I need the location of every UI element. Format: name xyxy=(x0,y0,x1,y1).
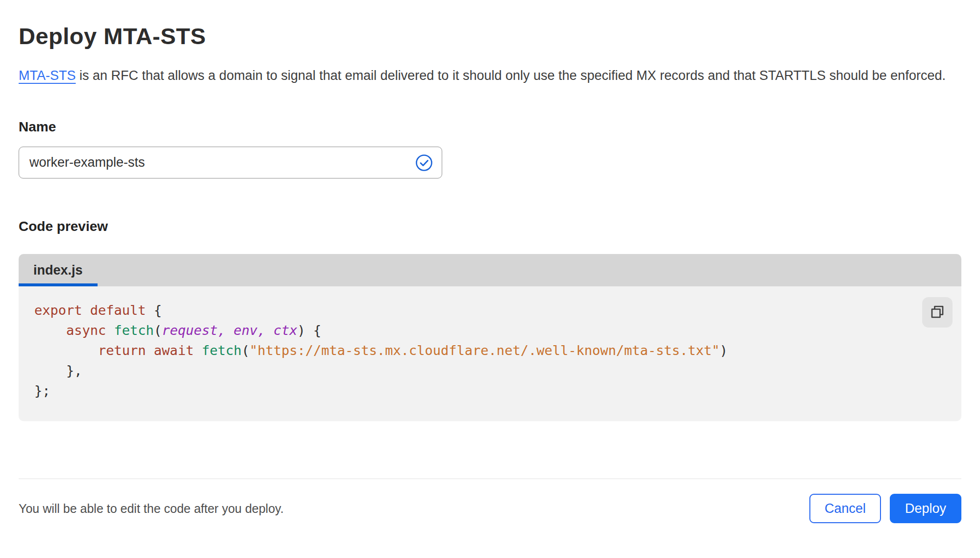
tab-label: index.js xyxy=(33,263,83,278)
footer-note: You will be able to edit the code after … xyxy=(19,502,284,516)
code-block: export default { async fetch(request, en… xyxy=(34,300,912,401)
code-line: }, xyxy=(34,360,912,380)
copy-icon xyxy=(930,304,945,321)
name-input-wrap xyxy=(19,147,442,178)
code-preview-heading: Code preview xyxy=(19,219,961,234)
mta-sts-link[interactable]: MTA-STS xyxy=(19,68,76,83)
deploy-button[interactable]: Deploy xyxy=(890,494,961,523)
footer-buttons: Cancel Deploy xyxy=(809,494,961,523)
code-line: }; xyxy=(34,380,912,401)
code-preview-panel: index.js export default { async fetch(re… xyxy=(19,254,961,421)
code-line: export default { xyxy=(34,300,912,320)
footer: You will be able to edit the code after … xyxy=(19,494,961,523)
deploy-mta-sts-page: Deploy MTA-STS MTA-STS is an RFC that al… xyxy=(0,0,980,523)
code-tab-bar: index.js xyxy=(19,254,961,286)
name-label: Name xyxy=(19,119,961,135)
code-line: return await fetch("https://mta-sts.mx.c… xyxy=(34,340,912,360)
footer-divider xyxy=(19,479,961,479)
page-description: MTA-STS is an RFC that allows a domain t… xyxy=(19,64,955,87)
check-circle-icon xyxy=(415,153,433,172)
cancel-button[interactable]: Cancel xyxy=(809,494,881,523)
code-area: export default { async fetch(request, en… xyxy=(19,286,961,421)
copy-code-button[interactable] xyxy=(922,297,953,328)
tab-index-js[interactable]: index.js xyxy=(19,254,98,286)
page-title: Deploy MTA-STS xyxy=(19,23,961,50)
page-description-text: is an RFC that allows a domain to signal… xyxy=(76,68,946,83)
name-input[interactable] xyxy=(19,147,442,178)
code-line: async fetch(request, env, ctx) { xyxy=(34,320,912,340)
